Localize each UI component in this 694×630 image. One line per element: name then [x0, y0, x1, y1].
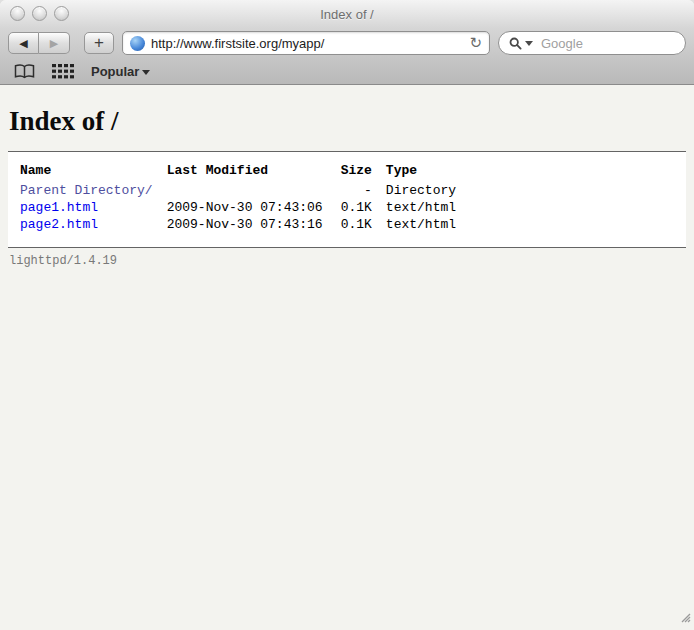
bookmark-popular-label: Popular	[91, 64, 139, 79]
cell-size: -	[341, 182, 386, 199]
table-row: Parent Directory/ - Directory	[20, 182, 470, 199]
cell-last-modified: 2009-Nov-30 07:43:06	[167, 199, 341, 216]
zoom-button[interactable]	[54, 6, 69, 21]
directory-table: Name Last Modified Size Type Parent Dire…	[20, 162, 470, 233]
cell-type: text/html	[386, 216, 470, 233]
table-header-row: Name Last Modified Size Type	[20, 162, 470, 182]
window-title: Index of /	[320, 7, 373, 22]
cell-last-modified	[167, 182, 341, 199]
cell-size: 0.1K	[341, 199, 386, 216]
bookmarks-grid-icon[interactable]	[52, 64, 74, 79]
address-bar[interactable]: http://www.firstsite.org/myapp/ ↻	[122, 31, 490, 55]
search-input[interactable]: Google	[498, 31, 686, 55]
cell-size: 0.1K	[341, 216, 386, 233]
resize-grip[interactable]	[677, 609, 691, 627]
directory-list: Name Last Modified Size Type Parent Dire…	[8, 151, 686, 248]
cell-type: text/html	[386, 199, 470, 216]
new-tab-button[interactable]: +	[84, 32, 114, 54]
back-button[interactable]: ◀	[8, 32, 39, 54]
bookmarks-bar: Popular	[0, 58, 694, 85]
nav-button-group: ◀ ▶	[8, 32, 70, 54]
table-row: page2.html 2009-Nov-30 07:43:16 0.1K tex…	[20, 216, 470, 233]
minimize-button[interactable]	[32, 6, 47, 21]
globe-icon	[130, 36, 145, 51]
cell-type: Directory	[386, 182, 470, 199]
column-header-size: Size	[341, 162, 386, 182]
page-title: Index of /	[9, 106, 686, 137]
url-text[interactable]: http://www.firstsite.org/myapp/	[151, 36, 463, 51]
column-header-last-modified: Last Modified	[167, 162, 341, 182]
column-header-name: Name	[20, 162, 167, 182]
page1-link[interactable]: page1.html	[20, 200, 98, 215]
page2-link[interactable]: page2.html	[20, 217, 98, 232]
browser-window: Index of / ◀ ▶ + http://www.firstsite.or…	[0, 0, 694, 630]
parent-directory-link[interactable]: Parent Directory/	[20, 183, 153, 198]
close-button[interactable]	[10, 6, 25, 21]
table-row: page1.html 2009-Nov-30 07:43:06 0.1K tex…	[20, 199, 470, 216]
plus-icon: +	[94, 33, 104, 53]
reload-icon[interactable]: ↻	[469, 36, 482, 51]
search-icon	[509, 37, 522, 50]
traffic-lights	[10, 6, 69, 21]
toolbar: ◀ ▶ + http://www.firstsite.org/myapp/ ↻ …	[0, 28, 694, 58]
forward-icon: ▶	[50, 37, 58, 50]
bookmark-item-popular[interactable]: Popular	[91, 64, 150, 79]
back-icon: ◀	[19, 37, 27, 50]
page-content: Index of / Name Last Modified Size Type …	[0, 85, 694, 630]
search-placeholder: Google	[541, 36, 583, 51]
cell-last-modified: 2009-Nov-30 07:43:16	[167, 216, 341, 233]
column-header-type: Type	[386, 162, 470, 182]
server-version-text: lighttpd/1.4.19	[8, 248, 686, 268]
forward-button[interactable]: ▶	[39, 32, 70, 54]
search-options-caret-icon[interactable]	[525, 41, 533, 46]
chevron-down-icon	[142, 70, 150, 75]
title-bar: Index of /	[0, 0, 694, 28]
bookmarks-book-icon[interactable]	[14, 64, 35, 79]
